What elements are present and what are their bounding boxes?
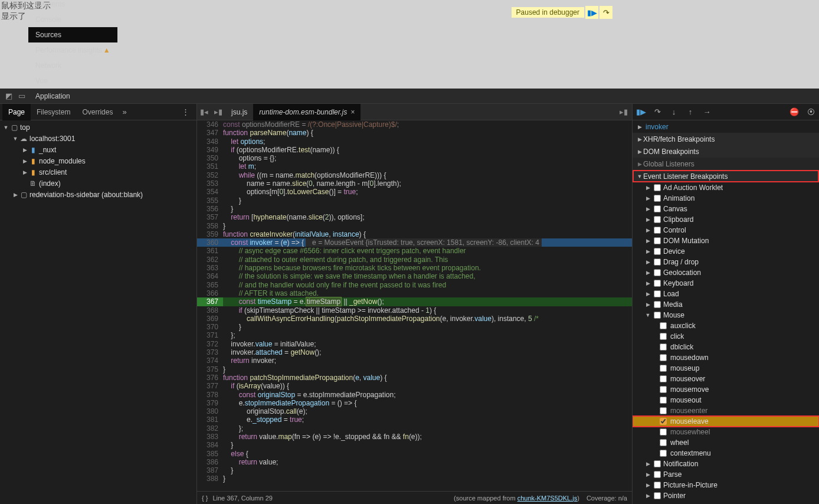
- line-number[interactable]: 387: [197, 466, 223, 474]
- line-number[interactable]: 372: [197, 340, 223, 348]
- code-line[interactable]: 385 else {: [197, 450, 632, 458]
- line-number[interactable]: 380: [197, 407, 223, 415]
- line-number[interactable]: 386: [197, 458, 223, 466]
- code-line[interactable]: 360 const invoker = (e) => { e = MouseEv…: [197, 238, 632, 247]
- navigator-more-icon[interactable]: »: [119, 107, 130, 116]
- expand-icon[interactable]: ▶: [644, 217, 651, 222]
- code-line[interactable]: 381 e._stopped = true;: [197, 415, 632, 424]
- line-number[interactable]: 364: [197, 272, 223, 280]
- category-checkbox[interactable]: [654, 248, 661, 255]
- event-checkbox[interactable]: [660, 354, 667, 361]
- tab-console[interactable]: Console: [28, 12, 117, 27]
- device-icon[interactable]: ▭: [15, 91, 28, 100]
- code-line[interactable]: 379 e.stopImmediatePropagation = () => {: [197, 399, 632, 407]
- line-number[interactable]: 366: [197, 289, 223, 297]
- event-category[interactable]: ▶Animation: [633, 193, 819, 204]
- tab-sources[interactable]: Sources: [28, 27, 117, 42]
- event-item[interactable]: auxclick: [633, 320, 819, 331]
- event-category[interactable]: ▶Parse: [633, 469, 819, 480]
- category-checkbox[interactable]: [654, 184, 661, 191]
- category-checkbox[interactable]: [654, 301, 661, 308]
- editor-history-back-icon[interactable]: ▮◂: [197, 107, 211, 116]
- code-line[interactable]: 369 callWithAsyncErrorHandling(patchStop…: [197, 315, 632, 323]
- code-line[interactable]: 359function createInvoker(initialValue, …: [197, 230, 632, 238]
- code-line[interactable]: 386 return value;: [197, 458, 632, 466]
- expand-icon[interactable]: ▼: [12, 136, 19, 142]
- step-icon[interactable]: →: [701, 106, 713, 118]
- code-line[interactable]: 375}: [197, 365, 632, 374]
- event-item[interactable]: mouseenter: [633, 405, 819, 416]
- line-number[interactable]: 388: [197, 474, 223, 483]
- code-line[interactable]: 370 }: [197, 323, 632, 331]
- code-line[interactable]: 378 const originalStop = e.stopImmediate…: [197, 391, 632, 399]
- expand-icon[interactable]: ▶: [21, 169, 28, 175]
- event-category[interactable]: ▶Pointer: [633, 490, 819, 501]
- expand-icon[interactable]: ▶: [644, 482, 651, 488]
- event-checkbox[interactable]: [660, 407, 667, 414]
- event-checkbox[interactable]: [660, 428, 667, 436]
- code-line[interactable]: 387 }: [197, 466, 632, 474]
- line-number[interactable]: 377: [197, 382, 223, 390]
- code-line[interactable]: 346const optionsModifierRE = /(?:Once|Pa…: [197, 120, 632, 129]
- expand-icon[interactable]: ▶: [644, 493, 651, 499]
- line-number[interactable]: 370: [197, 323, 223, 331]
- tree-item[interactable]: ▶▮node_modules: [0, 155, 196, 166]
- inspect-icon[interactable]: ◩: [2, 91, 15, 100]
- event-category[interactable]: ▶Notification: [633, 459, 819, 469]
- expand-icon[interactable]: ▶: [644, 461, 651, 467]
- event-category[interactable]: ▶DOM Mutation: [633, 235, 819, 246]
- event-category[interactable]: ▼Mouse: [633, 310, 819, 320]
- code-line[interactable]: 358}: [197, 222, 632, 230]
- code-line[interactable]: 353 name = name.slice(0, name.length - m…: [197, 179, 632, 188]
- event-category[interactable]: ▶Media: [633, 299, 819, 310]
- deactivate-bp-icon[interactable]: ⛔: [788, 106, 800, 118]
- line-number[interactable]: 367: [197, 297, 223, 306]
- line-number[interactable]: 379: [197, 399, 223, 407]
- pretty-print-icon[interactable]: { }: [202, 495, 208, 502]
- event-checkbox[interactable]: [660, 386, 667, 393]
- navigator-menu-icon[interactable]: ⋮: [177, 107, 194, 116]
- code-line[interactable]: 368 if (skipTimestampCheck || timeStamp …: [197, 306, 632, 315]
- code-line[interactable]: 374 return invoker;: [197, 356, 632, 365]
- close-icon[interactable]: ×: [350, 108, 355, 116]
- code-line[interactable]: 357 return [hyphenate(name.slice(2)), op…: [197, 213, 632, 221]
- code-line[interactable]: 349 if (optionsModifierRE.test(name)) {: [197, 146, 632, 154]
- event-item[interactable]: mousemove: [633, 384, 819, 395]
- tab-application[interactable]: Application: [28, 89, 117, 104]
- tree-item[interactable]: ▶▮src/client: [0, 166, 196, 178]
- line-number[interactable]: 376: [197, 374, 223, 382]
- debugger-resume-icon[interactable]: ▮▶: [585, 6, 598, 19]
- code-line[interactable]: 388}: [197, 474, 632, 483]
- category-checkbox[interactable]: [654, 269, 661, 276]
- expand-icon[interactable]: ▶: [636, 161, 643, 167]
- expand-icon[interactable]: ▼: [644, 312, 651, 318]
- expand-icon[interactable]: ▶: [636, 149, 643, 155]
- expand-icon[interactable]: ▶: [636, 124, 643, 130]
- debugger-section[interactable]: ▶DOM Breakpoints: [633, 145, 819, 158]
- event-category[interactable]: ▶Clipboard: [633, 214, 819, 225]
- code-line[interactable]: 348 let options;: [197, 138, 632, 146]
- expand-icon[interactable]: ▶: [644, 227, 651, 233]
- event-checkbox[interactable]: [660, 343, 667, 351]
- event-category[interactable]: ▶Geolocation: [633, 267, 819, 278]
- event-category[interactable]: ▶Device: [633, 246, 819, 257]
- code-line[interactable]: 380 originalStop.call(e);: [197, 407, 632, 415]
- event-category[interactable]: ▶Canvas: [633, 204, 819, 214]
- tree-item[interactable]: ▶▮_nuxt: [0, 144, 196, 155]
- line-number[interactable]: 354: [197, 188, 223, 196]
- tab-vue[interactable]: Vue: [28, 73, 117, 89]
- category-checkbox[interactable]: [654, 312, 661, 319]
- step-over-icon[interactable]: ↷: [651, 106, 663, 118]
- event-category[interactable]: ▶Picture-in-Picture: [633, 480, 819, 490]
- event-item[interactable]: click: [633, 331, 819, 342]
- navtab-overrides[interactable]: Overrides: [76, 104, 119, 120]
- code-line[interactable]: 351 let m;: [197, 162, 632, 171]
- category-checkbox[interactable]: [654, 280, 661, 287]
- category-checkbox[interactable]: [654, 460, 661, 467]
- editor-expand-icon[interactable]: ▸▮: [615, 107, 632, 116]
- event-item[interactable]: mousewheel: [633, 427, 819, 437]
- tab-elements[interactable]: Elements: [28, 0, 117, 12]
- pause-exceptions-icon[interactable]: ⦿: [805, 106, 817, 118]
- line-number[interactable]: 357: [197, 213, 223, 221]
- debugger-section[interactable]: ▶invoker: [633, 120, 819, 133]
